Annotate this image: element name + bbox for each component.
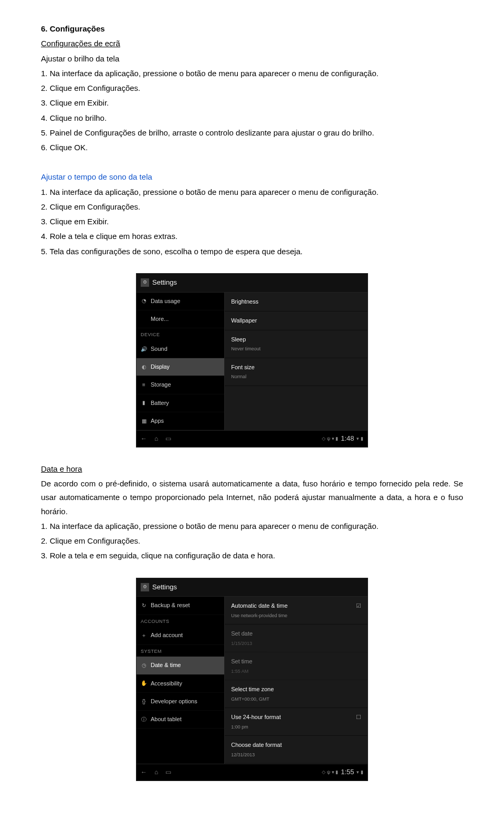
wifi-icon: ▾ ▮ (356, 435, 363, 443)
label: Display (151, 362, 170, 372)
sidebar-item-developer[interactable]: {}Developer options (136, 693, 224, 711)
step: 5. Painel de Configurações de brilho, ar… (41, 126, 463, 140)
sidebar-item-display[interactable]: ◐Display (136, 358, 224, 376)
step: 3. Clique em Exibir. (41, 215, 463, 228)
status-icon: ◇ ψ ▾ ▮ (322, 768, 338, 777)
wifi-icon: ▾ ▮ (356, 768, 363, 777)
step: 6. Clique OK. (41, 141, 463, 154)
label: Storage (151, 380, 171, 390)
status-time: 1:55 (341, 766, 354, 778)
step: 2. Clique em Configurações. (41, 200, 463, 214)
hand-icon: ✋ (141, 680, 147, 686)
display-icon: ◐ (141, 364, 147, 370)
sidebar-item-storage[interactable]: ≡Storage (136, 376, 224, 394)
apps-icon: ▦ (141, 418, 147, 424)
status-icon: ◇ ψ ▾ ▮ (322, 435, 338, 443)
date-time-paragraph: De acordo com o pré-definido, o sistema … (41, 477, 463, 518)
data-icon: ◔ (141, 298, 147, 304)
sidebar-item-add-account[interactable]: ＋Add account (136, 627, 224, 644)
settings-title: Settings (152, 581, 177, 594)
setting-font-size[interactable]: Font sizeNormal (225, 358, 368, 386)
battery-icon: ▮ (141, 400, 147, 406)
sound-icon: 🔊 (141, 346, 147, 352)
settings-icon[interactable]: ⚙ (141, 583, 149, 591)
step: 4. Clique no brilho. (41, 111, 463, 125)
setting-auto-datetime[interactable]: ☑Automatic date & timeUse network-provid… (225, 597, 368, 625)
backup-icon: ↻ (141, 602, 147, 609)
step: 1. Na interface da aplicação, pressione … (41, 519, 463, 533)
sidebar-item-more[interactable]: More... (136, 310, 224, 328)
step: 4. Role a tela e clique em horas extras. (41, 230, 463, 243)
sidebar-item-backup[interactable]: ↻Backup & reset (136, 597, 224, 615)
label: Sound (151, 344, 167, 354)
sidebar-category-accounts: ACCOUNTS (136, 615, 224, 627)
sleep-heading: Ajustar o tempo de sono da tela (41, 170, 463, 184)
status-time: 1:48 (341, 433, 354, 445)
label: Accessibility (151, 679, 182, 689)
home-icon[interactable]: ⌂ (154, 433, 158, 444)
sidebar-category-system: SYSTEM (136, 645, 224, 657)
sidebar-item-accessibility[interactable]: ✋Accessibility (136, 675, 224, 693)
storage-icon: ≡ (141, 382, 147, 388)
settings-title: Settings (152, 277, 177, 289)
back-icon[interactable]: ← (141, 433, 147, 444)
setting-set-time[interactable]: Set time1:55 AM (225, 652, 368, 680)
sidebar-item-date-time[interactable]: ◷Date & time (136, 657, 224, 674)
braces-icon: {} (141, 698, 147, 704)
label: Backup & reset (151, 600, 190, 610)
sidebar-item-about[interactable]: ⓘAbout tablet (136, 711, 224, 729)
setting-wallpaper[interactable]: Wallpaper (225, 311, 368, 330)
sidebar-item-battery[interactable]: ▮Battery (136, 394, 224, 412)
sidebar-item-sound[interactable]: 🔊Sound (136, 340, 224, 358)
label: Add account (151, 630, 183, 640)
step: 3. Clique em Exibir. (41, 96, 463, 110)
home-icon[interactable]: ⌂ (154, 767, 158, 778)
sidebar-item-data-usage[interactable]: ◔Data usage (136, 293, 224, 310)
back-icon[interactable]: ← (141, 767, 147, 778)
plus-icon: ＋ (141, 632, 147, 639)
checkbox-unchecked-icon[interactable]: ☐ (356, 712, 361, 722)
setting-sleep[interactable]: SleepNever timeout (225, 330, 368, 358)
recent-icon[interactable]: ▭ (165, 433, 171, 444)
label: Data usage (151, 296, 180, 306)
android-settings-screenshot-datetime: ⚙ Settings ↻Backup & reset ACCOUNTS ＋Add… (136, 578, 368, 782)
label: Apps (151, 416, 164, 426)
step: 3. Role a tela e em seguida, clique na c… (41, 549, 463, 563)
page-title: 6. Configurações (41, 22, 463, 36)
info-icon: ⓘ (141, 716, 147, 723)
recent-icon[interactable]: ▭ (165, 767, 171, 778)
section-date-time: Data e hora (41, 462, 463, 476)
section-screen-config: Configurações de ecrã (41, 37, 463, 50)
step: 2. Clique em Configurações. (41, 534, 463, 548)
step: 1. Na interface da aplicação, pressione … (41, 67, 463, 80)
setting-timezone[interactable]: Select time zoneGMT+00:00, GMT (225, 680, 368, 708)
step: 1. Na interface da aplicação, pressione … (41, 185, 463, 199)
setting-24hour[interactable]: ☐Use 24-hour format1:00 pm (225, 708, 368, 736)
setting-date-format[interactable]: Choose date format12/31/2013 (225, 736, 368, 764)
step: 2. Clique em Configurações. (41, 81, 463, 95)
label: Date & time (151, 660, 181, 670)
step: 5. Tela das configurações de sono, escol… (41, 245, 463, 258)
setting-set-date[interactable]: Set date1/15/2013 (225, 625, 368, 652)
setting-brightness[interactable]: Brightness (225, 293, 368, 311)
brightness-heading: Ajustar o brilho da tela (41, 52, 463, 66)
clock-icon: ◷ (141, 662, 147, 669)
label: About tablet (151, 714, 182, 724)
settings-icon[interactable]: ⚙ (141, 278, 149, 287)
sidebar-category-device: DEVICE (136, 328, 224, 340)
checkbox-checked-icon[interactable]: ☑ (356, 601, 361, 611)
label: Developer options (151, 696, 197, 706)
android-settings-screenshot-display: ⚙ Settings ◔Data usage More... DEVICE 🔊S… (136, 273, 368, 448)
sidebar-item-apps[interactable]: ▦Apps (136, 412, 224, 430)
label: Battery (151, 398, 169, 408)
label: More... (151, 314, 169, 324)
